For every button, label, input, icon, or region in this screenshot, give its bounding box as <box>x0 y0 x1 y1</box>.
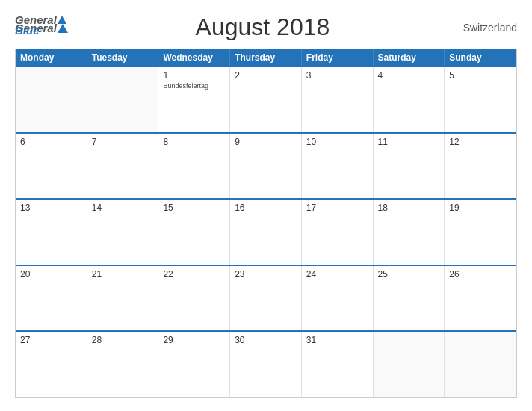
day-number: 16 <box>235 203 244 213</box>
week-row-1: 1Bundesfeiertag2345 <box>16 66 516 132</box>
day-number: 18 <box>378 203 388 213</box>
calendar-cell: 27 <box>16 332 87 397</box>
header-day-monday: Monday <box>16 49 87 66</box>
calendar-cell: 9 <box>230 134 302 199</box>
week-row-3: 13141516171819 <box>16 198 516 265</box>
week-row-2: 6789101112 <box>16 132 516 199</box>
country-label: Switzerland <box>457 22 517 34</box>
calendar-cell: 5 <box>445 67 516 132</box>
day-number: 29 <box>163 335 173 345</box>
day-number: 9 <box>235 137 240 147</box>
calendar-cell: 12 <box>445 134 516 199</box>
week-row-5: 2728293031 <box>16 330 516 397</box>
header-day-friday: Friday <box>302 49 374 66</box>
calendar-cell: 30 <box>230 332 302 397</box>
day-number: 27 <box>20 335 30 345</box>
day-number: 3 <box>306 70 312 81</box>
day-number: 23 <box>235 269 244 279</box>
day-number: 13 <box>20 203 30 213</box>
calendar-cell <box>87 67 159 132</box>
calendar-cell: 28 <box>87 332 159 397</box>
day-number: 20 <box>20 269 30 279</box>
calendar-header: MondayTuesdayWednesdayThursdayFridaySatu… <box>16 49 516 66</box>
calendar-cell: 16 <box>230 200 302 265</box>
header-day-saturday: Saturday <box>374 49 445 66</box>
day-number: 11 <box>378 137 388 147</box>
day-number: 21 <box>92 269 102 279</box>
day-number: 25 <box>378 269 388 279</box>
day-number: 14 <box>92 203 102 213</box>
week-row-4: 20212223242526 <box>16 265 516 331</box>
calendar-cell: 1Bundesfeiertag <box>158 67 230 132</box>
page: General General Blue August 2018 Switzer… <box>0 0 532 411</box>
calendar-cell: 24 <box>302 266 374 331</box>
day-number: 10 <box>306 137 316 147</box>
calendar-cell: 4 <box>374 67 445 132</box>
calendar-cell: 2 <box>230 67 302 132</box>
day-number: 8 <box>163 137 168 147</box>
calendar-cell: 8 <box>158 134 230 199</box>
day-number: 4 <box>378 70 383 81</box>
calendar-cell: 15 <box>158 200 230 265</box>
day-number: 31 <box>306 335 316 345</box>
day-number: 12 <box>449 137 459 147</box>
calendar-cell: 13 <box>16 200 87 265</box>
day-number: 5 <box>449 70 454 81</box>
day-number: 26 <box>449 269 459 279</box>
calendar: MondayTuesdayWednesdayThursdayFridaySatu… <box>15 49 517 398</box>
day-number: 30 <box>235 335 244 345</box>
day-number: 7 <box>92 137 97 147</box>
calendar-cell: 20 <box>16 266 87 331</box>
day-number: 17 <box>306 203 316 213</box>
month-title: August 2018 <box>196 13 330 40</box>
holiday-label: Bundesfeiertag <box>163 82 208 90</box>
calendar-cell: 18 <box>374 200 445 265</box>
day-number: 15 <box>163 203 173 213</box>
calendar-body: 1Bundesfeiertag2345678910111213141516171… <box>16 66 516 397</box>
logo-blue: Blue <box>15 24 40 37</box>
day-number: 28 <box>92 335 102 345</box>
calendar-cell: 7 <box>87 134 159 199</box>
header-day-wednesday: Wednesday <box>158 49 230 66</box>
calendar-cell: 25 <box>374 266 445 331</box>
day-number: 19 <box>449 203 459 213</box>
calendar-cell: 6 <box>16 134 87 199</box>
day-number: 2 <box>235 70 240 81</box>
header: General General Blue August 2018 Switzer… <box>15 13 517 41</box>
calendar-cell: 3 <box>302 67 374 132</box>
calendar-cell <box>445 332 516 397</box>
calendar-cell: 26 <box>445 266 516 331</box>
calendar-cell: 22 <box>158 266 230 331</box>
calendar-cell: 14 <box>87 200 159 265</box>
day-number: 24 <box>306 269 316 279</box>
logo-triangle-icon <box>58 16 66 24</box>
header-day-sunday: Sunday <box>445 49 516 66</box>
calendar-cell <box>374 332 445 397</box>
calendar-cell: 19 <box>445 200 516 265</box>
calendar-cell: 31 <box>302 332 374 397</box>
calendar-cell: 21 <box>87 266 159 331</box>
calendar-cell: 23 <box>230 266 302 331</box>
header-day-tuesday: Tuesday <box>87 49 159 66</box>
calendar-cell <box>16 67 87 132</box>
day-number: 1 <box>163 70 168 81</box>
calendar-cell: 17 <box>302 200 374 265</box>
calendar-cell: 11 <box>374 134 445 199</box>
day-number: 6 <box>20 137 25 147</box>
header-day-thursday: Thursday <box>230 49 302 66</box>
calendar-cell: 10 <box>302 134 374 199</box>
day-number: 22 <box>163 269 173 279</box>
calendar-cell: 29 <box>158 332 230 397</box>
